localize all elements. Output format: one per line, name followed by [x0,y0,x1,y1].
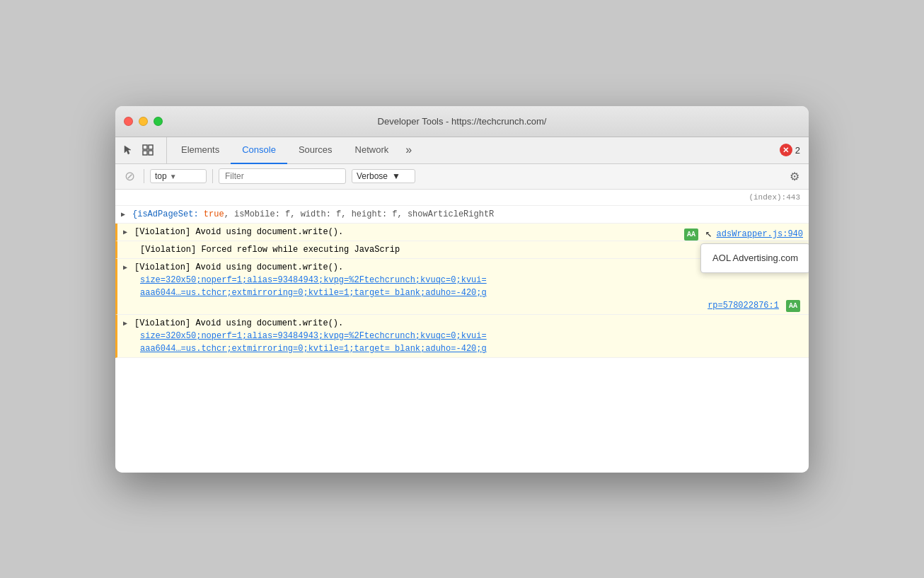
aa-badge-2: AA [786,300,800,312]
violation3-url2[interactable]: aaa6044…=us.tchcr;extmirroring=0;kvtile=… [134,288,487,298]
toolbar-icons [121,137,167,163]
maximize-button[interactable] [154,117,163,126]
violation3-url1[interactable]: size=320x50;noperf=1;alias=93484943;kvpg… [134,275,487,285]
violation4-url1[interactable]: size=320x50;noperf=1;alias=93484943;kvpg… [134,331,487,341]
tab-sources[interactable]: Sources [287,137,344,164]
aa-badge-1: AA [684,229,698,241]
tooltip-container: adsWrapper.js:940 AOL Advertising.com [717,228,803,241]
expand-arrow-1[interactable]: ▶ [121,209,125,220]
log-line-1: ▶ {isAdPageSet: true, isMobile: f, width… [115,206,809,224]
svg-rect-2 [143,151,147,155]
cursor-icon[interactable] [121,143,135,157]
violation3-ref[interactable]: rp=578022876:1 [708,299,779,312]
svg-rect-0 [143,145,147,149]
console-content: (index):443 ▶ {isAdPageSet: true, isMobi… [115,190,809,473]
stop-button[interactable]: ⊘ [121,168,138,185]
settings-button[interactable]: ⚙ [786,168,803,185]
verbose-select[interactable]: Verbose ▼ [352,169,415,183]
error-icon: ✕ [780,144,792,156]
tab-elements[interactable]: Elements [170,137,231,164]
error-badge: ✕ 2 [780,144,800,156]
expand-arrow-4[interactable]: ▶ [123,318,127,329]
tab-network[interactable]: Network [344,137,400,164]
tabbar-right: ✕ 2 [780,137,809,163]
error-count: 2 [795,145,800,156]
violation4-url2[interactable]: aaa6044…=us.tchcr;extmirroring=0;kvtile=… [134,344,487,354]
divider2 [212,169,213,183]
tabbar: Elements Console Sources Network » ✕ 2 [115,137,809,164]
rest-1: , isMobile: f, width: f, height: f, show… [224,209,495,219]
tab-console[interactable]: Console [231,137,287,164]
cursor-pointer: ↖ [705,226,712,243]
violation-text-3: [Violation] Avoid using document.write()… [134,262,343,272]
filter-input[interactable] [219,168,346,184]
violation-line-4: ▶ [Violation] Avoid using document.write… [115,315,809,358]
divider [144,169,144,183]
console-toolbar: ⊘ top ▼ Verbose ▼ ⚙ [115,164,809,190]
traffic-lights [124,117,163,126]
val-true: true [204,209,224,219]
titlebar: Developer Tools - https://techcrunch.com… [115,106,809,137]
tooltip-popup: AOL Advertising.com [700,243,809,273]
more-tabs-button[interactable]: » [400,137,417,163]
svg-rect-3 [149,151,153,155]
inspect-icon[interactable] [141,143,155,157]
svg-rect-1 [149,145,153,149]
minimize-button[interactable] [139,117,148,126]
violation-text-2: [Violation] Forced reflow while executin… [134,245,400,255]
violation-line-1: ▶ [Violation] Avoid using document.write… [115,224,809,241]
violation1-ref[interactable]: adsWrapper.js:940 [717,229,803,239]
violation-text-1: [Violation] Avoid using document.write()… [134,227,343,237]
close-button[interactable] [124,117,133,126]
context-select[interactable]: top ▼ [150,169,207,183]
key-isAdPageSet: {isAdPageSet: [132,209,204,219]
window-title: Developer Tools - https://techcrunch.com… [378,116,547,127]
index-line: (index):443 [115,190,809,207]
devtools-window: Developer Tools - https://techcrunch.com… [115,106,809,473]
context-arrow-icon: ▼ [170,173,177,180]
violation-text-4: [Violation] Avoid using document.write()… [134,318,343,328]
expand-arrow-2[interactable]: ▶ [123,227,127,238]
expand-arrow-3[interactable]: ▶ [123,262,127,273]
verbose-arrow-icon: ▼ [392,171,400,181]
